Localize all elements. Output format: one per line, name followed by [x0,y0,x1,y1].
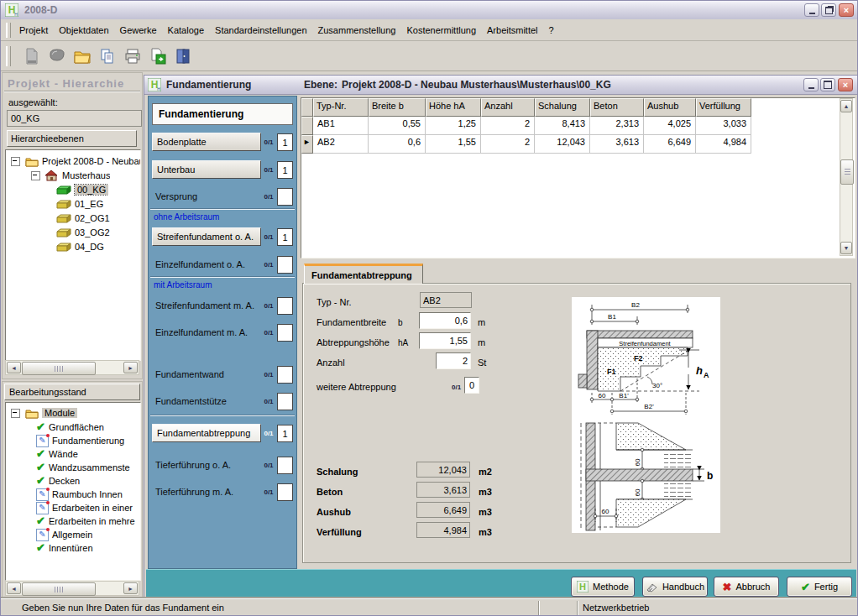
value-box[interactable] [277,393,293,410]
breite-input[interactable] [419,312,471,329]
column-header[interactable]: Schalung [535,98,590,117]
tree-node-label[interactable]: Projekt 2008-D - Neubau [42,156,141,166]
cell-verfuellung[interactable]: 3,033 [696,117,751,135]
module-label[interactable]: Wände [49,449,78,459]
module-label[interactable]: Fundamentierung [52,436,124,446]
open-folder-icon[interactable] [73,47,92,65]
cell-hoehe[interactable]: 1,55 [426,135,481,154]
tree-node-label[interactable]: 02_OG1 [75,213,110,223]
handbuch-button[interactable]: Handbuch [642,577,708,597]
scroll-right-icon[interactable]: ► [123,362,138,373]
cell-breite[interactable]: 0,55 [369,117,426,135]
value-box[interactable] [277,324,293,342]
module-label[interactable]: Erdarbeiten in mehre [49,516,135,526]
scrollbar-thumb[interactable] [840,159,854,185]
module-item[interactable]: ✔Innentüren [36,541,93,555]
value-box[interactable]: 1 [277,161,293,179]
menu-einzelfundament-oa[interactable]: Einzelfundament o. A. [155,255,245,274]
scroll-right-icon[interactable]: ► [123,582,138,594]
hierarchy-hscrollbar[interactable]: ◄ ► [5,360,139,375]
abbruch-button[interactable]: ✖ Abbruch [714,577,779,597]
module-label[interactable]: Decken [49,476,80,486]
value-box[interactable] [277,188,293,206]
module-item[interactable]: ✔Decken [36,474,80,488]
menu-gewerke[interactable]: Gewerke [118,23,159,38]
menu-fundamentstuetze[interactable]: Fundamentstütze [155,392,227,410]
cell-anzahl[interactable]: 2 [481,135,535,154]
cell-anzahl[interactable]: 2 [481,117,535,135]
column-header[interactable]: Verfüllung [696,98,751,117]
cell-schalung[interactable]: 8,413 [535,117,590,135]
menu-bodenplatte[interactable]: Bodenplatte [152,133,261,151]
fertig-button[interactable]: ✔ Fertig [787,577,852,597]
tree-node-label[interactable]: Module [42,408,77,418]
tab-fundamentabtreppung[interactable]: Fundamentabtreppung [304,264,423,284]
app-restore-button[interactable] [821,3,836,17]
value-box[interactable]: 1 [277,228,293,246]
module-item[interactable]: ✎Raumbuch Innen [36,488,123,501]
menu-tieferfuehrung-ma[interactable]: Tieferführung m. A. [155,483,233,501]
value-box[interactable] [277,483,293,501]
module-item[interactable]: ✔Wandzusammenste [36,461,130,474]
scroll-up-icon[interactable]: ▲ [840,100,852,112]
cell-beton[interactable]: 2,313 [590,117,644,135]
module-item[interactable]: ✎Allgemein [36,528,92,541]
value-box[interactable]: 1 [277,425,293,442]
column-header[interactable]: Höhe hA [426,98,481,117]
exit-door-icon[interactable] [174,47,192,65]
open-project-icon[interactable] [48,47,66,65]
menu-tieferfuehrung-oa[interactable]: Tieferführung o. A. [155,456,231,474]
column-header[interactable]: Beton [590,98,644,117]
module-label[interactable]: Innentüren [49,543,93,553]
module-label[interactable]: Allgemein [52,530,92,540]
tree-node-level[interactable]: 03_OG2 [56,226,110,239]
menu-zusammenstellung[interactable]: Zusammenstellung [317,23,398,38]
cell-aushub[interactable]: 6,649 [644,135,696,154]
app-close-button[interactable]: × [839,3,854,17]
methode-button[interactable]: H Methode [571,577,635,597]
menu-streifenfundament-ma[interactable]: Streifenfundament m. A. [155,296,254,315]
menu-help[interactable]: ? [547,23,556,38]
menu-fundamentwand[interactable]: Fundamentwand [155,365,224,384]
module-item[interactable]: ✔Erdarbeiten in mehre [36,514,135,528]
scrollbar-thumb[interactable] [22,582,96,596]
value-box[interactable] [277,297,293,315]
tree-node-level[interactable]: 04_DG [56,240,104,253]
cell-schalung[interactable]: 12,043 [535,135,590,154]
collapse-icon[interactable] [11,409,20,418]
print-icon[interactable] [123,47,142,65]
module-item[interactable]: ✎Fundamentierung [36,434,124,447]
menu-unterbau[interactable]: Unterbau [152,160,261,179]
value-box[interactable]: 1 [277,133,293,151]
tree-node-project[interactable]: Projekt 2008-D - Neubau [11,154,141,168]
anzahl-input[interactable] [436,352,471,369]
app-minimize-button[interactable] [804,3,819,17]
value-box[interactable] [277,256,293,274]
module-label[interactable]: Raumbuch Innen [52,489,123,499]
tree-node-label-selected[interactable]: 00_KG [75,185,108,195]
tree-node-label[interactable]: Musterhaus [62,170,110,180]
module-label[interactable]: Grundflächen [49,422,104,432]
module-item[interactable]: ✎Erdarbeiten in einer [36,501,133,514]
column-header[interactable]: Aushub [644,98,696,117]
tree-node-building[interactable]: Musterhaus [31,169,110,182]
column-header[interactable]: Anzahl [481,98,535,117]
scrollbar-thumb[interactable] [22,362,96,375]
export-icon[interactable] [149,47,167,65]
menu-versprung[interactable]: Versprung [155,187,197,206]
module-item[interactable]: ✔Grundflächen [36,420,104,434]
module-label[interactable]: Erdarbeiten in einer [52,503,133,513]
menu-standardeinstellungen[interactable]: Standardeinstellungen [213,23,308,38]
module-item[interactable]: ✔Wände [36,447,78,461]
tree-node-module[interactable]: Module [11,406,77,420]
scroll-left-icon[interactable]: ◄ [7,362,21,373]
weitere-input[interactable] [464,377,479,394]
copy-icon[interactable] [98,47,117,65]
column-header[interactable]: Breite b [369,98,426,117]
tree-node-level[interactable]: 01_EG [56,197,103,211]
scroll-down-icon[interactable]: ▼ [840,242,852,254]
tree-node-label[interactable]: 04_DG [75,242,104,252]
scroll-left-icon[interactable]: ◄ [7,582,21,594]
child-close-button[interactable]: × [838,78,853,91]
menu-arbeitsmittel[interactable]: Arbeitsmittel [485,23,540,38]
